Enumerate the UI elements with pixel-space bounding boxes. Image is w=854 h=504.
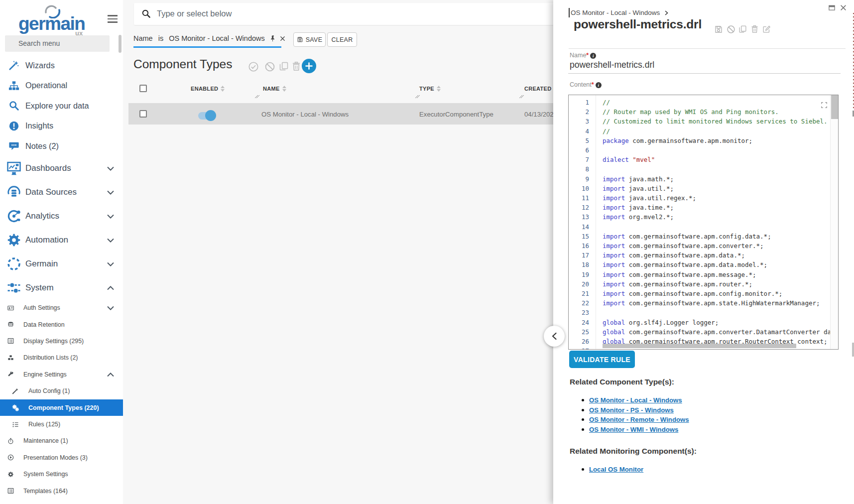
sidebar-item-component-types-220[interactable]: Component Types (220) (0, 399, 123, 416)
validate-rule-button[interactable]: VALIDATE RULE (569, 351, 635, 368)
row-checkbox[interactable] (139, 110, 147, 118)
sidebar-item-label: Data Retention (23, 321, 65, 328)
related-component-types-heading: Related Component Type(s): (570, 378, 674, 386)
sidebar-item-label: Explore your data (25, 101, 89, 111)
comments-icon (8, 140, 19, 151)
delete-selected-icon[interactable] (291, 61, 301, 73)
column-resize-handle[interactable] (254, 93, 260, 99)
sidebar-item-analytics[interactable]: Analytics (0, 204, 123, 228)
column-resize-handle[interactable] (415, 93, 420, 99)
column-header-enabled[interactable]: ENABLED (191, 86, 225, 92)
list-alt-icon (7, 488, 14, 494)
sidebar-item-auto-config-1[interactable]: Auto Config (1) (0, 383, 123, 399)
code-editor[interactable]: 1234567891011121314151617181920212223242… (568, 95, 839, 350)
window-restore-icon[interactable] (828, 4, 836, 13)
sidebar-item-explore-your-data[interactable]: Explore your data (0, 96, 123, 116)
sidebar-item-label: Distribution Lists (2) (23, 354, 78, 361)
filter-chip[interactable]: Name is OS Monitor - Local - Windows (133, 32, 285, 45)
sidebar-item-insights[interactable]: Insights (0, 116, 123, 136)
bullet (582, 428, 584, 431)
analytics-icon (6, 209, 21, 224)
chevron-down-icon (107, 303, 114, 312)
breadcrumb-chevron-icon (664, 10, 668, 15)
filter-search-input[interactable]: Type or select below (134, 3, 555, 25)
filter-value: OS Monitor - Local - Windows (169, 34, 265, 42)
breadcrumb[interactable]: OS Monitor - Local - Windows (571, 9, 668, 16)
sidebar-item-notes-2[interactable]: Notes (2) (0, 136, 123, 156)
editor-horizontal-scrollbar[interactable] (603, 344, 796, 348)
editor-vertical-scrollbar[interactable] (830, 95, 838, 349)
sidebar-item-templates-164[interactable]: Templates (164) (0, 483, 123, 499)
sitemap-icon (8, 80, 19, 91)
sidebar-item-germain[interactable]: Germain (0, 252, 123, 276)
copy-selected-icon[interactable] (279, 61, 289, 73)
sidebar-item-automation[interactable]: Automation (0, 228, 123, 252)
sidebar-item-label: Wizards (25, 61, 55, 70)
sidebar-item-engine-settings[interactable]: Engine Settings (0, 366, 123, 382)
sidebar-item-label: Automation (25, 235, 68, 245)
save-rule-icon[interactable] (714, 25, 723, 36)
sidebar-item-label: Templates (164) (23, 488, 68, 495)
enabled-toggle-knob[interactable] (205, 110, 216, 121)
sidebar-item-auth-settings[interactable]: Auth Settings (0, 300, 123, 316)
sidebar-search-input[interactable]: Search menu (5, 35, 110, 52)
sidebar-item-label: Maintenance (1) (23, 437, 68, 444)
row-created: 04/13/2023 (524, 111, 557, 118)
chevron-down-icon (107, 188, 114, 197)
window-close-icon[interactable] (840, 4, 847, 13)
row-type: ExecutorComponentType (419, 111, 493, 118)
related-link[interactable]: Local OS Monitor (589, 466, 643, 473)
sidebar-item-data-sources[interactable]: Data Sources (0, 180, 123, 204)
filter-remove-icon[interactable] (280, 35, 285, 43)
sidebar-scrollbar[interactable] (119, 35, 122, 53)
list-check-icon (12, 421, 19, 428)
column-resize-handle[interactable] (519, 93, 524, 99)
edit-rule-icon[interactable] (762, 25, 771, 35)
text-caret (569, 8, 570, 17)
name-field-value[interactable]: powershell-metrics.drl (570, 60, 654, 70)
fullscreen-icon[interactable] (821, 102, 828, 111)
clear-filter-button[interactable]: CLEAR (327, 32, 357, 47)
panel-title: powershell-metrics.drl (574, 17, 702, 31)
disable-rule-icon[interactable] (727, 25, 735, 36)
sidebar-item-system[interactable]: System (0, 276, 123, 300)
related-link[interactable]: OS Monitor - Local - Windows (589, 397, 689, 403)
hamburger-menu-icon[interactable] (108, 13, 118, 25)
database-icon (6, 185, 21, 200)
bullet (582, 468, 584, 471)
column-header-name[interactable]: NAME (263, 86, 286, 92)
sidebar-item-operational[interactable]: Operational (0, 76, 123, 96)
enable-selected-icon[interactable] (248, 61, 259, 74)
sidebar-item-type-categories-4[interactable]: Type Categories (4) (0, 499, 123, 504)
sidebar-item-maintenance-1[interactable]: Maintenance (1) (0, 433, 123, 449)
sidebar-item-rules-125[interactable]: Rules (125) (0, 416, 123, 432)
add-component-type-button[interactable] (302, 59, 316, 73)
sidebar-item-dashboards[interactable]: Dashboards (0, 156, 123, 180)
sidebar-item-display-settings-295[interactable]: Display Settings (295) (0, 333, 123, 349)
sidebar-item-data-retention[interactable]: Data Retention (0, 316, 123, 333)
related-link[interactable]: OS Monitor - Remote - Windows (589, 416, 689, 423)
column-header-created[interactable]: CREATED ( (524, 86, 555, 92)
search-icon (8, 100, 19, 111)
related-monitoring-heading: Related Monitoring Component(s): (570, 447, 697, 456)
sidebar-item-wizards[interactable]: Wizards (0, 55, 123, 76)
sidebar-item-distribution-lists-2[interactable]: Distribution Lists (2) (0, 350, 123, 366)
column-header-type[interactable]: TYPE (419, 86, 441, 92)
save-filter-button[interactable]: SAVE (293, 32, 326, 47)
filter-operator: is (158, 34, 163, 42)
copy-rule-icon[interactable] (738, 25, 747, 35)
select-all-checkbox[interactable] (139, 85, 147, 92)
sidebar-item-system-settings[interactable]: System Settings (0, 466, 123, 483)
sidebar-item-label: Dashboards (25, 163, 71, 173)
dashboard-icon (6, 161, 21, 176)
sidebar-item-label: Engine Settings (23, 371, 67, 378)
sidebar-item-presentation-modes-3[interactable]: Presentation Modes (3) (0, 449, 123, 466)
scrollbar-thumb[interactable] (852, 343, 854, 357)
related-link[interactable]: OS Monitor - WMI - Windows (589, 426, 689, 433)
editor-code[interactable]: //// Router map used by WMI OS and Ping … (603, 95, 830, 349)
pin-icon[interactable] (269, 35, 276, 43)
related-link[interactable]: OS Monitor - PS - Windows (589, 407, 689, 413)
delete-rule-icon[interactable] (750, 25, 759, 35)
collapse-panel-button[interactable] (544, 326, 565, 347)
disable-selected-icon[interactable] (264, 61, 275, 74)
